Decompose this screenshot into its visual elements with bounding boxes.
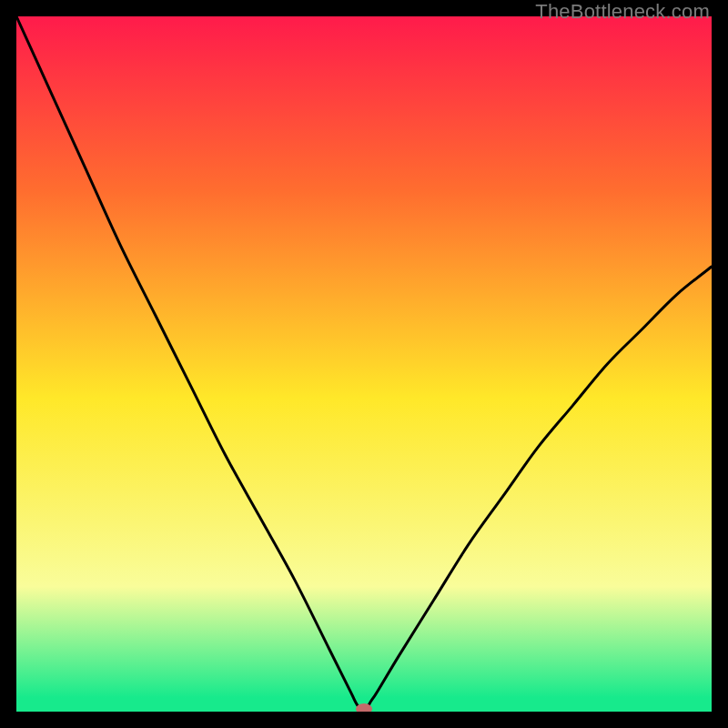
chart-svg (16, 16, 712, 712)
watermark-text: TheBottleneck.com (535, 0, 710, 24)
chart-frame (16, 16, 712, 712)
